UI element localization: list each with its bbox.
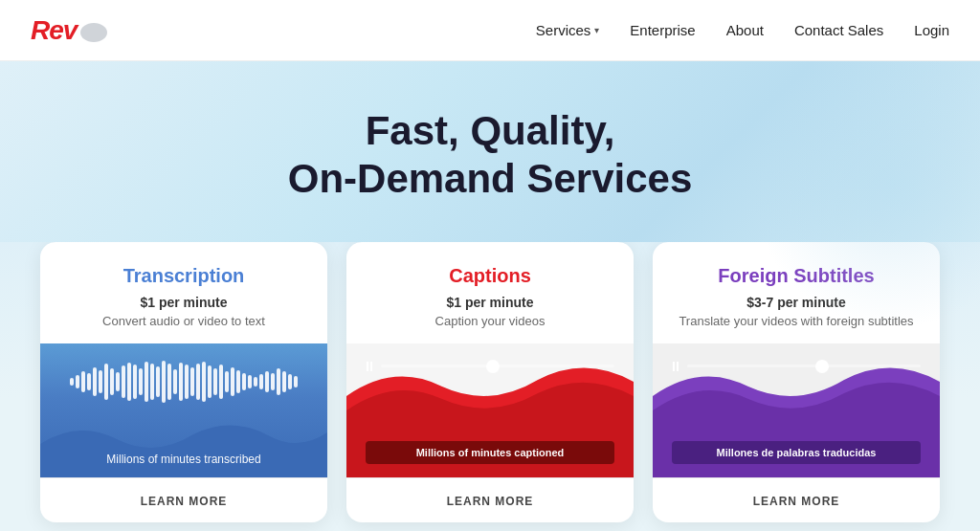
navbar: Rev Services ▾ Enterprise About Contact … bbox=[0, 0, 980, 61]
captions-slider-thumb bbox=[486, 360, 500, 373]
subtitles-badge: Millones de palabras traducidas bbox=[672, 441, 921, 464]
subtitles-slider-track[interactable] bbox=[687, 365, 921, 367]
transcription-learn-more[interactable]: LEARN MORE bbox=[141, 495, 228, 508]
nav-about[interactable]: About bbox=[726, 22, 764, 38]
nav-enterprise[interactable]: Enterprise bbox=[630, 22, 695, 38]
transcription-wave-svg bbox=[40, 415, 327, 477]
nav-contact-sales[interactable]: Contact Sales bbox=[794, 22, 883, 38]
nav-links: Services ▾ Enterprise About Contact Sale… bbox=[536, 22, 949, 38]
logo-icon bbox=[80, 23, 107, 42]
nav-services[interactable]: Services ▾ bbox=[536, 22, 600, 38]
captions-desc: Caption your videos bbox=[369, 314, 611, 328]
subtitles-footer: LEARN MORE bbox=[653, 477, 940, 522]
logo[interactable]: Rev bbox=[31, 15, 107, 46]
captions-badge: Millions of minutes captioned bbox=[366, 441, 614, 464]
pause-icon: II bbox=[366, 359, 373, 374]
captions-price: $1 per minute bbox=[369, 295, 611, 310]
captions-visual: II Millions of minutes captioned bbox=[346, 343, 634, 477]
captions-player: II bbox=[366, 359, 614, 374]
transcription-desc: Convert audio or video to text bbox=[63, 314, 304, 328]
transcription-badge: Millions of minutes transcribed bbox=[40, 453, 327, 466]
subtitles-slider-thumb bbox=[815, 360, 829, 373]
transcription-footer: LEARN MORE bbox=[40, 477, 327, 522]
transcription-visual: Millions of minutes transcribed bbox=[40, 343, 327, 477]
nav-login[interactable]: Login bbox=[914, 22, 949, 38]
subtitles-pause-icon: II bbox=[672, 359, 679, 374]
logo-text: Rev bbox=[31, 15, 77, 46]
captions-title: Captions bbox=[369, 265, 611, 287]
transcription-price: $1 per minute bbox=[63, 295, 304, 310]
waveform bbox=[52, 361, 316, 403]
hero-title: Fast, Quality, On-Demand Services bbox=[19, 107, 961, 204]
transcription-card: Transcription $1 per minute Convert audi… bbox=[40, 242, 327, 522]
captions-card-top: Captions $1 per minute Caption your vide… bbox=[346, 242, 634, 343]
transcription-card-top: Transcription $1 per minute Convert audi… bbox=[40, 242, 327, 343]
chevron-down-icon: ▾ bbox=[594, 25, 599, 35]
captions-card: Captions $1 per minute Caption your vide… bbox=[346, 242, 634, 522]
subtitles-learn-more[interactable]: LEARN MORE bbox=[753, 495, 840, 508]
captions-learn-more[interactable]: LEARN MORE bbox=[447, 495, 534, 508]
hero-section: Fast, Quality, On-Demand Services bbox=[0, 61, 980, 242]
captions-slider-track[interactable] bbox=[381, 365, 614, 367]
captions-footer: LEARN MORE bbox=[346, 477, 634, 522]
transcription-title: Transcription bbox=[63, 265, 304, 287]
subtitles-visual: II Millones de palabras traducidas bbox=[653, 343, 940, 477]
subtitles-player: II bbox=[672, 359, 921, 374]
